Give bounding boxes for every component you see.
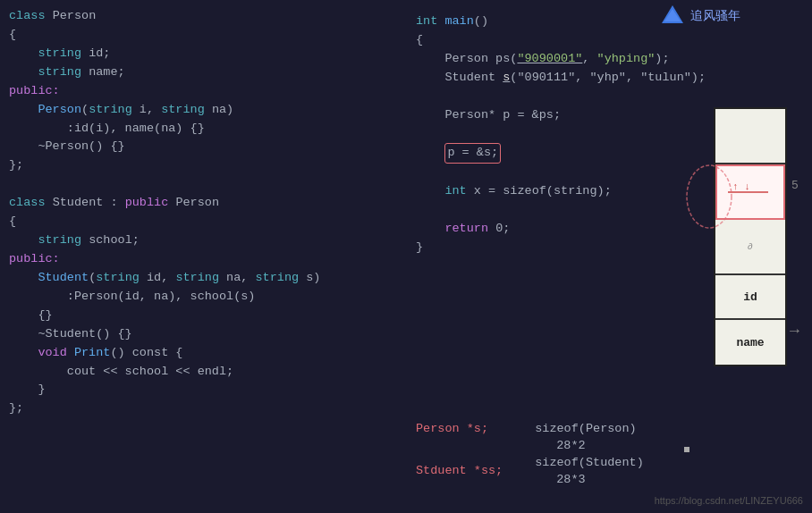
- person-size: 28*2: [556, 439, 644, 452]
- memory-outer-block: ↑ ↓ ∂ id name: [714, 107, 787, 366]
- svg-point-4: [687, 165, 732, 228]
- mem-arrow: →: [790, 322, 799, 340]
- dot-marker: [684, 447, 689, 452]
- bottom-info: Person *s; Stduent *ss; sizeof(Person) 2…: [416, 422, 644, 486]
- mem-cell-name: name: [715, 320, 785, 365]
- mem-cell-1: [715, 109, 785, 164]
- mem-cell-id: id: [715, 275, 785, 320]
- code-panel-left: class Person { string id; string name; p…: [0, 0, 407, 513]
- main-container: class Person { string id; string name; p…: [0, 0, 812, 513]
- watermark: https://blog.csdn.net/LINZEYU666: [655, 495, 803, 506]
- pointer1-label: Person *s;: [416, 422, 503, 435]
- logo-area: 追风骚年: [660, 4, 740, 29]
- pointer-labels: Person *s; Stduent *ss;: [416, 422, 503, 486]
- student-size: 28*3: [556, 473, 644, 486]
- pointer2-label: Stduent *ss;: [416, 464, 503, 477]
- logo-text: 追风骚年: [690, 8, 740, 24]
- sizeof-person-label: sizeof(Person): [535, 422, 644, 435]
- logo-icon: [660, 4, 685, 29]
- memory-diagram: ↑ ↓ ∂ id name →: [709, 107, 812, 375]
- num-label-5: 5: [791, 179, 799, 192]
- right-panel: 追风骚年 int main() { Person ps("9090001", "…: [407, 0, 812, 513]
- sizeof-student-label: sizeof(Student): [535, 456, 644, 469]
- code-block-left: class Person { string id; string name; p…: [9, 7, 398, 418]
- sizeof-values: sizeof(Person) 28*2 sizeof(Student) 28*3: [529, 422, 644, 486]
- sketch-circle: [682, 161, 736, 232]
